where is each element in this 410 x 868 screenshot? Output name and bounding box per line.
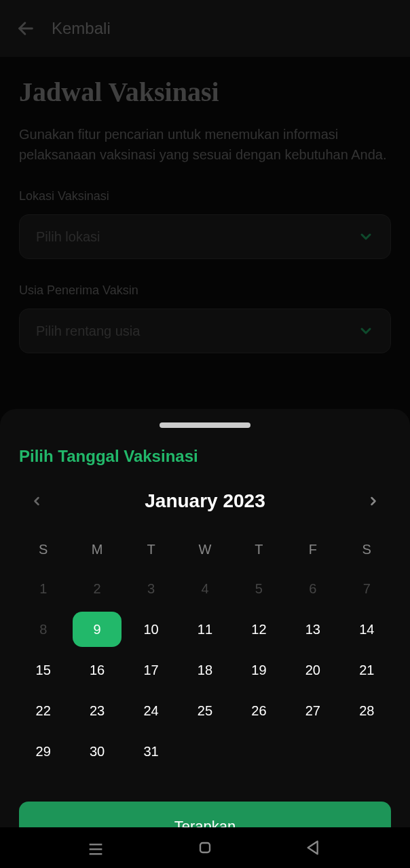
day-cell[interactable]: 9: [73, 612, 121, 647]
day-cell[interactable]: 20: [288, 652, 337, 688]
day-cell: 2: [73, 571, 121, 606]
day-header: S: [19, 534, 67, 566]
day-cell: 7: [343, 571, 391, 606]
day-cell[interactable]: 19: [235, 652, 283, 688]
day-header: W: [181, 534, 229, 566]
day-cell: 5: [235, 571, 283, 606]
day-header: S: [343, 534, 391, 566]
svg-rect-4: [200, 843, 210, 852]
system-nav-bar: [0, 827, 410, 868]
recents-icon[interactable]: [86, 838, 105, 857]
day-cell[interactable]: 31: [127, 734, 175, 769]
back-nav-icon[interactable]: [305, 838, 324, 857]
day-cell[interactable]: 13: [288, 612, 337, 647]
day-cell: 3: [127, 571, 175, 606]
day-cell: 6: [288, 571, 337, 606]
day-cell[interactable]: 26: [235, 693, 283, 728]
calendar-header: January 2023: [19, 490, 391, 512]
svg-marker-5: [308, 842, 318, 854]
day-cell[interactable]: 29: [19, 734, 67, 769]
day-cell[interactable]: 22: [19, 693, 67, 728]
day-header: M: [73, 534, 121, 566]
day-cell[interactable]: 11: [181, 612, 229, 647]
day-cell[interactable]: 25: [181, 693, 229, 728]
day-cell[interactable]: 30: [73, 734, 121, 769]
calendar-grid: SMTWTFS123456789101112131415161718192021…: [19, 534, 391, 769]
month-label: January 2023: [145, 490, 265, 512]
home-icon[interactable]: [195, 838, 215, 857]
day-header: T: [127, 534, 175, 566]
drag-handle[interactable]: [160, 422, 250, 428]
day-cell: 1: [19, 571, 67, 606]
prev-month-button[interactable]: [30, 494, 43, 508]
day-cell[interactable]: 15: [19, 652, 67, 688]
day-cell[interactable]: 23: [73, 693, 121, 728]
day-cell[interactable]: 28: [343, 693, 391, 728]
day-header: T: [235, 534, 283, 566]
day-cell[interactable]: 14: [343, 612, 391, 647]
day-cell[interactable]: 10: [127, 612, 175, 647]
day-cell[interactable]: 21: [343, 652, 391, 688]
day-cell: 8: [19, 612, 67, 647]
day-cell[interactable]: 12: [235, 612, 283, 647]
day-cell[interactable]: 16: [73, 652, 121, 688]
day-header: F: [288, 534, 337, 566]
date-picker-sheet: Pilih Tanggal Vaksinasi January 2023 SMT…: [0, 409, 410, 868]
next-month-button[interactable]: [367, 494, 380, 508]
day-cell[interactable]: 27: [288, 693, 337, 728]
day-cell: 4: [181, 571, 229, 606]
sheet-title: Pilih Tanggal Vaksinasi: [19, 447, 391, 466]
day-cell[interactable]: 24: [127, 693, 175, 728]
day-cell[interactable]: 17: [127, 652, 175, 688]
day-cell[interactable]: 18: [181, 652, 229, 688]
